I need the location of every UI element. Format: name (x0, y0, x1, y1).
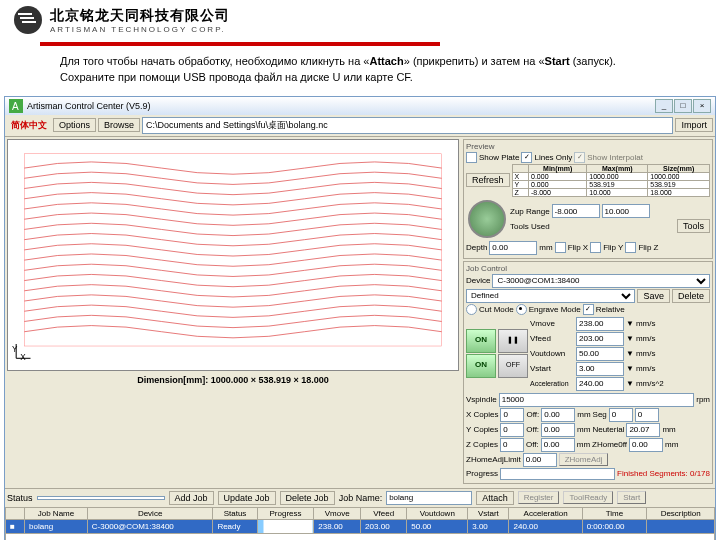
svg-text:Y: Y (12, 345, 18, 354)
on2-button[interactable]: ON (466, 354, 496, 378)
zup-max[interactable] (602, 204, 650, 218)
ycopies[interactable] (500, 423, 524, 437)
options-button[interactable]: Options (53, 118, 96, 132)
segment-status: Finished Segments: 0/178 (617, 469, 710, 478)
acc-input[interactable] (576, 377, 624, 391)
preview-label: Preview (466, 142, 710, 151)
add-job-button[interactable]: Add Job (169, 491, 214, 505)
attach-button[interactable]: Attach (476, 491, 514, 505)
status-field (37, 496, 165, 500)
progress-bar (500, 468, 615, 480)
update-job-button[interactable]: Update Job (218, 491, 276, 505)
seg1[interactable] (609, 408, 633, 422)
job-table[interactable]: Job NameDeviceStatusProgressVmoveVfeedVo… (5, 507, 715, 540)
job-name-input[interactable] (386, 491, 472, 505)
intro-text: Для того чтобы начать обработку, необход… (0, 54, 720, 96)
voutdown-input[interactable] (576, 347, 624, 361)
off-button[interactable]: OFF (498, 354, 528, 378)
device-select[interactable]: C-3000@COM1:38400 (492, 274, 710, 288)
cut-mode-radio[interactable] (466, 304, 477, 315)
table-row[interactable] (6, 533, 715, 540)
defined-select[interactable]: Defined (466, 289, 635, 303)
on-button[interactable]: ON (466, 329, 496, 353)
lines-only-cb[interactable]: ✓ (521, 152, 532, 163)
vspindle-input[interactable] (499, 393, 695, 407)
minimize-button[interactable]: _ (655, 99, 673, 113)
zup-min[interactable] (552, 204, 600, 218)
zoff[interactable] (541, 438, 575, 452)
xoff[interactable] (541, 408, 575, 422)
vmove-input[interactable] (576, 317, 624, 331)
depth-input[interactable] (489, 241, 537, 255)
lang-toggle[interactable]: 简体中文 (7, 119, 51, 132)
company-en: ARTISMAN TECHNOLOGY CORP. (50, 25, 230, 34)
flipz-cb[interactable] (625, 242, 636, 253)
browse-button[interactable]: Browse (98, 118, 140, 132)
vstart-input[interactable] (576, 362, 624, 376)
window-title: Artisman Control Center (V5.9) (27, 101, 151, 111)
start-button[interactable]: Start (617, 491, 646, 504)
table-row[interactable]: ■bolangC-3000@COM1:38400Ready238.00203.0… (6, 519, 715, 533)
vfeed-input[interactable] (576, 332, 624, 346)
xcopies[interactable] (500, 408, 524, 422)
import-button[interactable]: Import (675, 118, 713, 132)
engrave-mode-radio[interactable] (516, 304, 527, 315)
svg-text:A: A (12, 101, 19, 112)
flipx-cb[interactable] (555, 242, 566, 253)
save-button[interactable]: Save (637, 289, 670, 303)
zcopies[interactable] (500, 438, 524, 452)
zhome-input[interactable] (629, 438, 663, 452)
relative-cb[interactable]: ✓ (583, 304, 594, 315)
yoff[interactable] (541, 423, 575, 437)
toolready-button[interactable]: ToolReady (563, 491, 613, 504)
titlebar: A Artisman Control Center (V5.9) _ □ × (5, 97, 715, 115)
neu-input[interactable] (626, 423, 660, 437)
tools-button[interactable]: Tools (677, 219, 710, 233)
seg2[interactable] (635, 408, 659, 422)
show-plate-cb[interactable] (466, 152, 477, 163)
app-window: A Artisman Control Center (V5.9) _ □ × 简… (4, 96, 716, 540)
flipy-cb[interactable] (590, 242, 601, 253)
file-path[interactable]: C:\Documents and Settings\fu\桌面\bolang.n… (142, 117, 673, 134)
close-button[interactable]: × (693, 99, 711, 113)
maximize-button[interactable]: □ (674, 99, 692, 113)
company-cn: 北京铭龙天同科技有限公司 (50, 7, 230, 25)
zhomeadj-button[interactable]: ZHomeAdj (559, 453, 609, 466)
pause-button[interactable]: ❚❚ (498, 329, 528, 353)
refresh-button[interactable]: Refresh (466, 173, 510, 187)
job-label: Job Control (466, 264, 710, 273)
preview-canvas[interactable]: YX (7, 139, 459, 371)
delete-job-button[interactable]: Delete Job (280, 491, 335, 505)
delete-button[interactable]: Delete (672, 289, 710, 303)
register-button[interactable]: Register (518, 491, 560, 504)
jog-wheel[interactable] (468, 200, 506, 238)
logo (14, 6, 42, 34)
divider (40, 42, 440, 46)
app-icon: A (9, 99, 23, 113)
zadj-input[interactable] (523, 453, 557, 467)
interp-cb[interactable]: ✓ (574, 152, 585, 163)
dimension-label: Dimension[mm]: 1000.000 × 538.919 × 18.0… (5, 373, 461, 387)
